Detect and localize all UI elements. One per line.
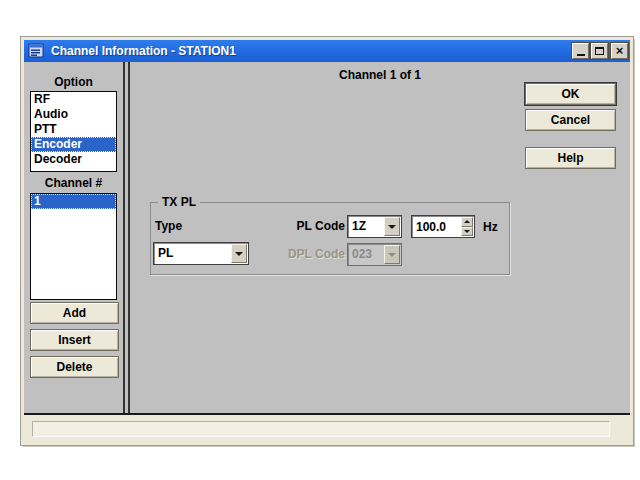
app-icon xyxy=(28,43,44,59)
minimize-button[interactable] xyxy=(572,43,589,59)
maximize-icon xyxy=(595,47,604,55)
type-combobox-value: PL xyxy=(158,243,229,264)
pl-code-combobox-value: 1Z xyxy=(352,216,382,237)
pl-code-combobox[interactable]: 1Z xyxy=(347,215,402,238)
frequency-spinner[interactable] xyxy=(411,215,475,238)
tx-pl-group-title: TX PL xyxy=(158,195,200,209)
type-label: Type xyxy=(155,219,182,233)
maximize-button[interactable] xyxy=(591,43,608,59)
dialog-content: Option RF Audio PTT Encoder Decoder Chan… xyxy=(24,62,630,415)
close-button[interactable]: × xyxy=(611,43,628,59)
frequency-spin-buttons xyxy=(461,217,473,236)
window-title: Channel Information - STATION1 xyxy=(51,44,236,58)
minimize-icon xyxy=(577,54,585,56)
dpl-code-combobox-dropdown-button xyxy=(384,245,400,264)
panel-divider xyxy=(123,62,130,413)
option-item-encoder[interactable]: Encoder xyxy=(31,137,116,152)
tx-pl-groupbox: TX PL Type PL PL Code 1Z xyxy=(150,202,510,275)
help-button[interactable]: Help xyxy=(525,147,616,169)
close-icon: × xyxy=(616,45,624,57)
frequency-input[interactable] xyxy=(414,217,460,236)
channel-item-1[interactable]: 1 xyxy=(31,194,116,209)
insert-button[interactable]: Insert xyxy=(30,329,119,351)
hz-unit-label: Hz xyxy=(483,220,498,234)
add-button[interactable]: Add xyxy=(30,302,119,324)
status-bar xyxy=(24,415,630,442)
ok-button[interactable]: OK xyxy=(525,83,616,105)
option-item-ptt[interactable]: PTT xyxy=(31,122,116,137)
dpl-code-combobox-disabled: 023 xyxy=(347,243,402,266)
option-item-decoder[interactable]: Decoder xyxy=(31,152,116,167)
type-combobox[interactable]: PL xyxy=(153,242,249,265)
left-panel: Option RF Audio PTT Encoder Decoder Chan… xyxy=(24,62,123,413)
channel-number-label: Channel # xyxy=(24,176,123,190)
spin-down-button[interactable] xyxy=(461,227,473,237)
channel-count-header: Channel 1 of 1 xyxy=(130,68,630,82)
option-item-audio[interactable]: Audio xyxy=(31,107,116,122)
cancel-button[interactable]: Cancel xyxy=(525,109,616,131)
pl-code-combobox-dropdown-button[interactable] xyxy=(384,217,400,236)
option-listbox[interactable]: RF Audio PTT Encoder Decoder xyxy=(30,91,117,172)
arrow-up-icon xyxy=(464,220,470,223)
title-bar[interactable]: Channel Information - STATION1 × xyxy=(24,40,630,62)
spin-up-button[interactable] xyxy=(461,217,473,227)
option-item-rf[interactable]: RF xyxy=(31,92,116,107)
chevron-down-icon xyxy=(388,225,396,229)
arrow-down-icon xyxy=(464,230,470,233)
dpl-code-label: DPL Code xyxy=(281,247,345,261)
channel-information-dialog: Channel Information - STATION1 × Option … xyxy=(21,37,633,445)
pl-code-label: PL Code xyxy=(281,219,345,233)
delete-button[interactable]: Delete xyxy=(30,356,119,378)
option-label: Option xyxy=(24,75,123,89)
chevron-down-icon xyxy=(235,252,243,256)
channel-listbox[interactable]: 1 xyxy=(30,193,117,300)
status-message-field xyxy=(32,421,610,437)
chevron-down-icon xyxy=(388,253,396,257)
type-combobox-dropdown-button[interactable] xyxy=(231,244,247,263)
dpl-code-combobox-value: 023 xyxy=(352,244,382,265)
